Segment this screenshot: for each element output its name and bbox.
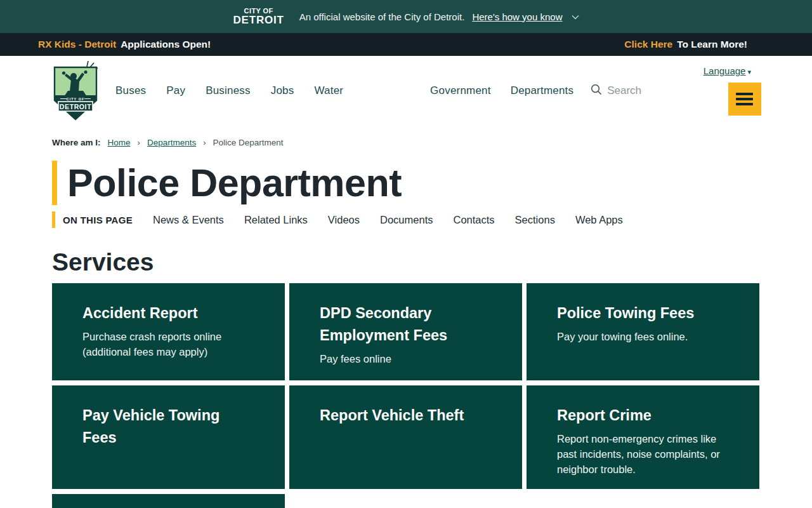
service-card-description: Pay fees online — [320, 352, 492, 367]
promo-banner: RX Kids - Detroit Applications Open! Cli… — [0, 33, 812, 56]
service-card-title: Accident Report — [82, 302, 254, 324]
service-card-accident-report[interactable]: Accident Report Purchase crash reports o… — [52, 283, 285, 380]
city-of-detroit-logo[interactable]: CITY OF DETROIT — [52, 60, 102, 122]
dropdown-triangle-icon: ▾ — [747, 68, 751, 76]
chevron-right-icon: › — [138, 138, 140, 147]
nav-item-buses[interactable]: Buses — [115, 84, 146, 97]
spirit-of-detroit-logo-icon: CITY OF DETROIT — [52, 113, 102, 124]
service-card-title: Report Crime — [557, 404, 729, 427]
on-this-page-web-apps[interactable]: Web Apps — [575, 214, 623, 226]
nav-item-business[interactable]: Business — [206, 84, 251, 97]
hamburger-icon — [736, 93, 753, 95]
chevron-right-icon: › — [203, 138, 206, 147]
title-accent-bar — [52, 161, 57, 205]
official-website-message: An official website of the City of Detro… — [299, 11, 465, 22]
service-card-partially-visible[interactable] — [52, 494, 285, 508]
on-this-page-news-events[interactable]: News & Events — [153, 214, 224, 226]
wordmark-city-of: CITY OF — [233, 7, 284, 15]
wordmark-detroit: DETROIT — [233, 15, 284, 27]
nav-item-water[interactable]: Water — [314, 84, 343, 97]
search-icon — [590, 83, 603, 98]
service-card-report-vehicle-theft[interactable]: Report Vehicle Theft — [289, 385, 522, 489]
on-this-page-label: ON THIS PAGE — [63, 215, 133, 225]
nav-item-government[interactable]: Government — [430, 84, 491, 97]
service-card-title: Report Vehicle Theft — [320, 404, 492, 427]
service-card-report-crime[interactable]: Report Crime Report non-emergency crimes… — [527, 385, 759, 489]
language-label: Language — [704, 65, 746, 76]
svg-text:DETROIT: DETROIT — [60, 103, 91, 110]
services-heading: Services — [52, 248, 759, 276]
service-card-police-towing-fees[interactable]: Police Towing Fees Pay your towing fees … — [527, 283, 759, 380]
breadcrumb-departments-link[interactable]: Departments — [147, 138, 196, 147]
on-this-page-related-links[interactable]: Related Links — [244, 214, 308, 226]
page-title-block: Police Department — [52, 161, 759, 205]
main-content: Where am I: Home › Departments › Police … — [0, 138, 812, 508]
chevron-down-icon — [572, 11, 579, 22]
service-card-title: Pay Vehicle Towing Fees — [82, 404, 254, 449]
language-dropdown[interactable]: Language▾ — [704, 65, 751, 76]
click-here-link[interactable]: Click Here — [624, 39, 672, 50]
service-card-description: Purchase crash reports online (additiona… — [82, 330, 254, 360]
service-card-dpd-secondary-employment-fees[interactable]: DPD Secondary Employment Fees Pay fees o… — [289, 283, 522, 380]
breadcrumb-home-link[interactable]: Home — [108, 138, 131, 147]
breadcrumb-current-page: Police Department — [213, 138, 284, 147]
promo-cta-message: To Learn More! — [677, 39, 747, 50]
on-this-page-sections[interactable]: Sections — [515, 214, 555, 226]
on-this-page-videos[interactable]: Videos — [328, 214, 360, 226]
menu-button[interactable] — [728, 83, 761, 116]
on-this-page-contacts[interactable]: Contacts — [453, 214, 494, 226]
service-card-pay-vehicle-towing-fees[interactable]: Pay Vehicle Towing Fees — [52, 385, 285, 489]
secondary-nav: Government Departments — [430, 84, 573, 97]
nav-item-departments[interactable]: Departments — [511, 84, 574, 97]
service-card-title: Police Towing Fees — [557, 302, 729, 324]
breadcrumb: Where am I: Home › Departments › Police … — [52, 138, 759, 147]
search-label: Search — [607, 84, 641, 97]
nav-item-pay[interactable]: Pay — [166, 84, 185, 97]
on-this-page-documents[interactable]: Documents — [380, 214, 433, 226]
service-card-description: Report non-emergency crimes like past in… — [557, 432, 729, 478]
nav-item-jobs[interactable]: Jobs — [271, 84, 294, 97]
on-this-page-nav: ON THIS PAGE News & Events Related Links… — [52, 211, 759, 228]
rx-kids-link[interactable]: RX Kids - Detroit — [38, 39, 116, 50]
service-card-description: Pay your towing fees online. — [557, 330, 729, 345]
breadcrumb-label: Where am I: — [52, 138, 101, 147]
primary-nav: Buses Pay Business Jobs Water — [115, 84, 343, 97]
svg-text:CITY OF: CITY OF — [67, 97, 85, 101]
site-header: CITY OF DETROIT Buses Pay Business Jobs … — [0, 56, 812, 126]
search-button[interactable]: Search — [590, 83, 641, 98]
city-of-detroit-wordmark: CITY OF DETROIT — [233, 7, 284, 27]
page-title: Police Department — [67, 161, 402, 205]
promo-message: Applications Open! — [121, 39, 211, 50]
official-website-banner: CITY OF DETROIT An official website of t… — [0, 0, 812, 33]
service-card-title: DPD Secondary Employment Fees — [320, 302, 492, 347]
heres-how-you-know-link[interactable]: Here's how you know — [472, 11, 562, 22]
services-card-grid: Accident Report Purchase crash reports o… — [52, 283, 759, 508]
